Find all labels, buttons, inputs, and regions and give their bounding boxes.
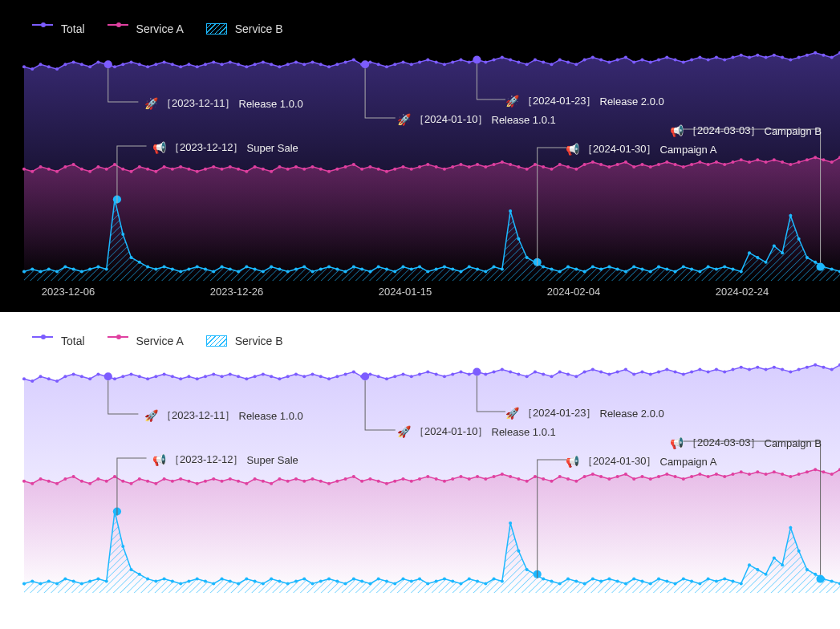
svg-point-120 <box>179 165 182 168</box>
svg-point-456 <box>418 477 421 481</box>
svg-point-288 <box>740 270 743 273</box>
svg-point-80 <box>674 59 677 62</box>
svg-point-393 <box>723 371 726 374</box>
svg-point-116 <box>146 168 149 171</box>
svg-point-269 <box>583 270 586 273</box>
svg-point-610 <box>473 368 481 376</box>
svg-point-259 <box>501 268 504 271</box>
svg-point-44 <box>377 63 380 66</box>
svg-point-589 <box>690 580 693 583</box>
svg-point-297 <box>814 261 817 264</box>
svg-point-595 <box>740 582 743 585</box>
svg-point-76 <box>640 59 643 62</box>
svg-point-550 <box>368 582 371 585</box>
svg-point-109 <box>88 170 91 173</box>
svg-point-214 <box>129 256 132 259</box>
svg-point-313 <box>63 375 67 378</box>
svg-point-476 <box>583 475 586 478</box>
svg-point-468 <box>517 477 520 481</box>
svg-point-86 <box>723 59 726 62</box>
svg-point-533 <box>229 580 232 583</box>
svg-point-420 <box>121 480 124 483</box>
svg-point-38 <box>327 65 331 68</box>
svg-point-97 <box>814 51 817 55</box>
svg-point-328 <box>187 375 190 378</box>
series-a <box>22 468 840 593</box>
svg-point-98 <box>822 54 825 57</box>
svg-point-24 <box>212 60 215 63</box>
svg-point-556 <box>418 578 421 581</box>
svg-point-424 <box>154 482 157 485</box>
svg-point-205 <box>55 270 59 273</box>
svg-point-436 <box>254 477 257 481</box>
svg-point-413 <box>63 477 67 481</box>
svg-point-374 <box>566 372 570 375</box>
svg-point-417 <box>96 477 99 481</box>
svg-point-54 <box>459 59 462 62</box>
svg-point-31 <box>270 63 273 66</box>
svg-point-377 <box>591 368 594 371</box>
svg-point-346 <box>335 375 339 378</box>
svg-point-145 <box>385 170 388 173</box>
legend-item-service-a: Service A <box>108 22 184 35</box>
svg-point-526 <box>171 580 174 583</box>
svg-point-482 <box>632 477 635 481</box>
svg-point-388 <box>682 372 685 375</box>
svg-point-352 <box>385 377 388 380</box>
svg-point-173 <box>616 163 619 166</box>
svg-point-282 <box>690 268 693 271</box>
svg-point-512 <box>55 582 59 585</box>
svg-point-273 <box>616 268 619 271</box>
svg-point-113 <box>121 168 124 171</box>
svg-point-330 <box>204 375 207 378</box>
svg-point-9 <box>88 65 91 68</box>
svg-point-20 <box>179 65 182 68</box>
svg-point-90 <box>756 54 759 57</box>
svg-point-351 <box>377 375 380 378</box>
svg-point-180 <box>674 163 677 166</box>
svg-point-135 <box>302 168 306 171</box>
svg-point-10 <box>96 60 99 63</box>
svg-point-28 <box>245 65 248 68</box>
svg-point-37 <box>319 63 323 66</box>
svg-point-434 <box>237 480 240 483</box>
svg-point-312 <box>55 379 59 383</box>
svg-point-412 <box>55 482 59 485</box>
svg-point-326 <box>171 375 174 378</box>
legend-item-service-b: Service B <box>206 22 283 35</box>
svg-point-471 <box>542 477 545 481</box>
svg-point-3 <box>39 63 43 66</box>
svg-point-527 <box>179 582 182 585</box>
svg-point-586 <box>665 580 668 583</box>
svg-point-107 <box>72 163 75 166</box>
svg-point-397 <box>756 366 759 369</box>
svg-point-74 <box>624 56 627 59</box>
svg-point-450 <box>368 477 371 481</box>
svg-point-517 <box>96 578 99 581</box>
svg-point-177 <box>649 165 652 168</box>
series-a <box>22 156 840 281</box>
svg-point-111 <box>105 168 108 171</box>
svg-point-110 <box>96 165 99 168</box>
svg-point-40 <box>344 60 347 63</box>
svg-point-327 <box>179 377 182 380</box>
svg-point-353 <box>393 375 396 378</box>
svg-point-567 <box>509 521 512 525</box>
svg-point-73 <box>616 59 619 62</box>
svg-point-331 <box>212 372 215 375</box>
svg-point-457 <box>426 475 429 478</box>
plot-area-light: 🚀［2023-12-11］Release 1.0.0🚀［2024-01-10］R… <box>24 360 840 593</box>
svg-point-569 <box>526 568 529 571</box>
svg-point-513 <box>63 578 67 581</box>
svg-point-485 <box>657 475 660 478</box>
svg-point-22 <box>196 65 199 68</box>
svg-point-60 <box>509 59 512 62</box>
svg-point-161 <box>517 165 520 168</box>
svg-point-274 <box>624 270 627 273</box>
svg-point-207 <box>72 268 75 271</box>
svg-point-496 <box>748 473 751 476</box>
svg-point-244 <box>377 266 380 269</box>
svg-point-149 <box>418 165 421 168</box>
svg-point-411 <box>47 480 51 483</box>
svg-point-256 <box>476 268 479 271</box>
